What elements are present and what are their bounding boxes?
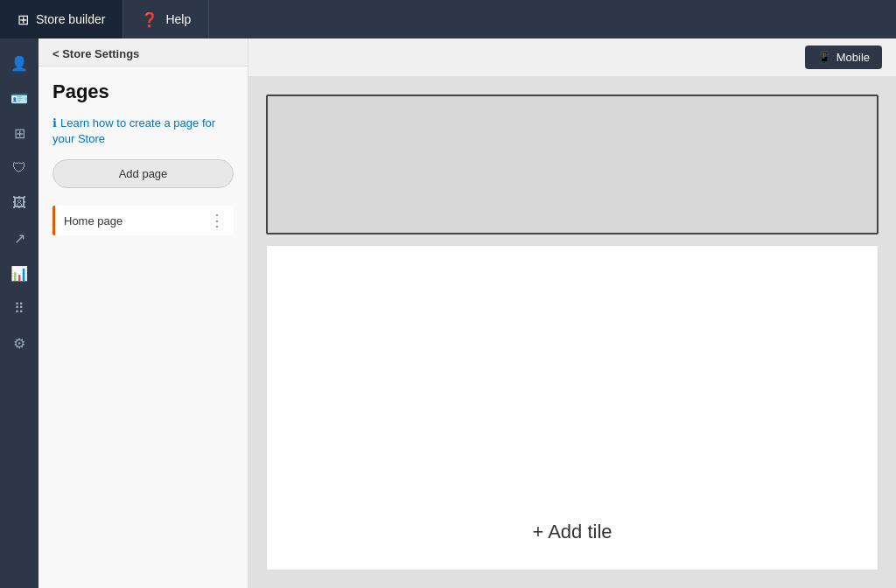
pages-panel: < Store Settings Pages ℹLearn how to cre… (38, 38, 248, 588)
sidebar-item-shield[interactable]: 🛡 (4, 152, 35, 184)
page-content-block: + Add tile (266, 245, 878, 570)
pages-panel-body: Pages ℹLearn how to create a page for yo… (38, 66, 248, 588)
layout-icon: ⊞ (14, 125, 25, 142)
mobile-button[interactable]: 📱 Mobile (805, 46, 882, 69)
settings-icon: ⚙ (13, 335, 25, 352)
page-list: Home page ⋮ (52, 206, 234, 235)
apps-icon: ⠿ (14, 300, 24, 317)
mobile-icon: 📱 (817, 51, 831, 64)
sidebar-item-layout[interactable]: ⊞ (4, 117, 35, 149)
help-label: Help (165, 12, 191, 26)
store-builder-icon: ⊞ (18, 11, 29, 28)
sidebar-item-apps[interactable]: ⠿ (4, 292, 35, 324)
help-nav[interactable]: ❓ Help (123, 0, 209, 38)
store-builder-label: Store builder (36, 12, 105, 26)
shield-icon: 🛡 (12, 160, 26, 176)
sidebar-item-card[interactable]: 🪪 (4, 82, 35, 114)
store-builder-nav[interactable]: ⊞ Store builder (0, 0, 123, 38)
canvas-area: 📱 Mobile + Add tile (248, 38, 896, 588)
sidebar-item-image[interactable]: 🖼 (4, 187, 35, 219)
list-item[interactable]: Home page ⋮ (52, 206, 234, 235)
sidebar-item-analytics[interactable]: ↗ (4, 222, 35, 254)
top-nav: ⊞ Store builder ❓ Help (0, 0, 896, 38)
main-layout: 👤 🪪 ⊞ 🛡 🖼 ↗ 📊 ⠿ ⚙ < Store Settings (0, 38, 896, 588)
learn-how-link[interactable]: ℹLearn how to create a page for your Sto… (52, 116, 234, 147)
canvas-scroll: + Add tile (248, 77, 896, 588)
sidebar-item-people[interactable]: 👤 (4, 47, 35, 79)
canvas-toolbar: 📱 Mobile (248, 38, 896, 77)
card-icon: 🪪 (10, 90, 28, 107)
help-icon: ❓ (141, 11, 158, 28)
image-icon: 🖼 (12, 195, 26, 211)
icon-sidebar: 👤 🪪 ⊞ 🛡 🖼 ↗ 📊 ⠿ ⚙ (0, 38, 38, 588)
people-icon: 👤 (10, 55, 28, 72)
pages-title: Pages (52, 80, 234, 103)
back-link[interactable]: < Store Settings (52, 47, 234, 60)
page-header-block (266, 94, 878, 234)
add-page-button[interactable]: Add page (52, 159, 234, 188)
page-label: Home page (64, 214, 122, 228)
pages-panel-header: < Store Settings (38, 38, 248, 66)
chart-icon: 📊 (10, 265, 28, 282)
analytics-icon: ↗ (14, 230, 25, 247)
learn-link-text: Learn how to create a page for your Stor… (52, 116, 215, 145)
mobile-label: Mobile (836, 51, 870, 64)
sidebar-item-chart[interactable]: 📊 (4, 257, 35, 289)
add-tile-button[interactable]: + Add tile (532, 521, 612, 543)
more-options-icon[interactable]: ⋮ (209, 213, 225, 228)
sidebar-item-settings[interactable]: ⚙ (4, 327, 35, 359)
info-icon: ℹ (52, 116, 57, 130)
